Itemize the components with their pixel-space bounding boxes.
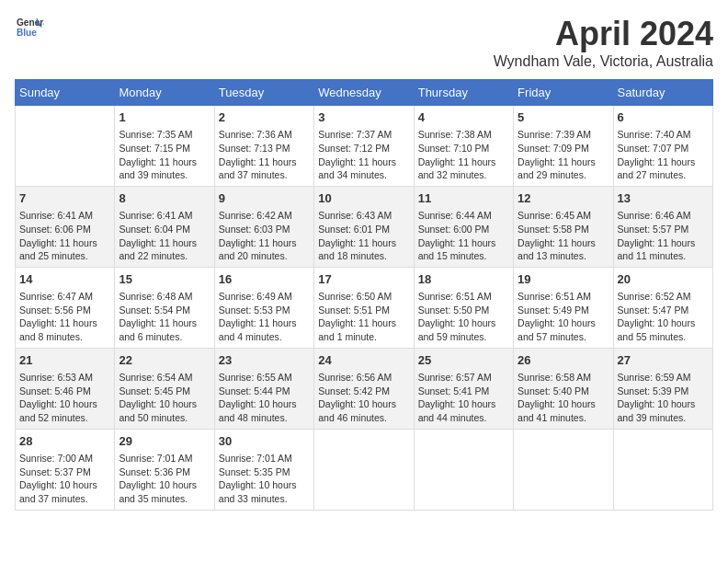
day-info-line: and 34 minutes. [318,168,409,182]
calendar-cell: 16Sunrise: 6:49 AMSunset: 5:53 PMDayligh… [214,267,313,348]
day-info-line: Sunrise: 6:52 AM [618,290,709,304]
logo: General Blue [15,15,44,40]
day-info-line: Sunrise: 6:41 AM [119,209,210,223]
calendar-cell: 7Sunrise: 6:41 AMSunset: 6:06 PMDaylight… [16,186,115,267]
day-info-line: Sunrise: 7:01 AM [119,452,210,465]
day-info-line: Sunrise: 6:43 AM [318,209,409,223]
day-info-line: and 8 minutes. [19,330,110,344]
day-number: 4 [418,109,509,126]
day-info-line: Daylight: 10 hours [418,316,509,330]
day-info-line: Sunset: 6:06 PM [19,223,110,236]
day-number: 14 [19,271,110,288]
day-number: 10 [318,190,409,207]
calendar-cell: 24Sunrise: 6:56 AMSunset: 5:42 PMDayligh… [314,348,414,429]
calendar-cell: 13Sunrise: 6:46 AMSunset: 5:57 PMDayligh… [613,186,712,267]
day-info-line: Sunset: 5:54 PM [119,304,210,317]
day-info-line: Sunset: 5:42 PM [318,385,409,398]
day-info-line: and 27 minutes. [618,168,709,182]
day-number: 8 [119,190,210,207]
day-info-line: Sunset: 5:53 PM [219,304,310,317]
day-info-line: Sunset: 5:35 PM [219,465,310,479]
svg-text:General: General [17,17,44,28]
day-info-line: Sunrise: 6:45 AM [518,209,609,223]
day-info-line: Sunset: 7:15 PM [119,142,210,155]
calendar-cell: 20Sunrise: 6:52 AMSunset: 5:47 PMDayligh… [613,267,712,348]
day-info-line: Daylight: 11 hours [418,155,509,169]
day-info-line: and 15 minutes. [418,249,509,263]
weekday-header-monday: Monday [115,80,214,106]
day-number: 15 [119,271,210,288]
day-info-line: Daylight: 10 hours [518,397,609,411]
day-info-line: and 32 minutes. [418,168,509,182]
day-info-line: Sunrise: 7:35 AM [119,128,210,142]
calendar-cell: 11Sunrise: 6:44 AMSunset: 6:00 PMDayligh… [414,186,513,267]
calendar-cell: 17Sunrise: 6:50 AMSunset: 5:51 PMDayligh… [314,267,414,348]
day-info-line: Sunset: 5:58 PM [518,223,609,236]
day-info-line: and 4 minutes. [219,330,310,344]
day-info-line: Sunset: 5:37 PM [19,465,110,479]
title-block: April 2024 Wyndham Vale, Victoria, Austr… [494,15,713,70]
day-info-line: Daylight: 11 hours [318,155,409,169]
day-info-line: Daylight: 10 hours [19,478,110,492]
calendar-cell [414,429,513,510]
day-info-line: Daylight: 11 hours [219,316,310,330]
day-info-line: Sunrise: 6:51 AM [418,290,509,304]
day-info-line: and 33 minutes. [219,492,310,506]
day-info-line: Sunset: 5:45 PM [119,385,210,398]
weekday-header-tuesday: Tuesday [214,80,313,106]
day-info-line: Sunset: 5:41 PM [418,385,509,398]
day-info-line: Daylight: 10 hours [219,478,310,492]
day-info-line: Sunset: 7:10 PM [418,142,509,155]
calendar-cell: 19Sunrise: 6:51 AMSunset: 5:49 PMDayligh… [514,267,613,348]
day-info-line: Daylight: 11 hours [418,236,509,250]
calendar-cell: 4Sunrise: 7:38 AMSunset: 7:10 PMDaylight… [414,106,513,187]
day-info-line: and 22 minutes. [119,249,210,263]
day-info-line: Sunrise: 7:00 AM [19,452,110,465]
day-info-line: Sunrise: 6:48 AM [119,290,210,304]
calendar-cell: 1Sunrise: 7:35 AMSunset: 7:15 PMDaylight… [115,106,214,187]
calendar-cell: 8Sunrise: 6:41 AMSunset: 6:04 PMDaylight… [115,186,214,267]
day-info-line: Sunset: 5:46 PM [19,385,110,398]
day-number: 1 [119,109,210,126]
day-info-line: Sunrise: 6:53 AM [19,371,110,385]
day-info-line: Daylight: 11 hours [518,236,609,250]
day-info-line: and 11 minutes. [618,249,709,263]
day-info-line: Sunrise: 7:40 AM [618,128,709,142]
weekday-header-sunday: Sunday [16,80,115,106]
svg-text:Blue: Blue [17,28,37,38]
day-info-line: Sunset: 6:01 PM [318,223,409,236]
day-info-line: and 20 minutes. [219,249,310,263]
day-info-line: and 41 minutes. [518,411,609,425]
day-info-line: and 46 minutes. [318,411,409,425]
day-info-line: Sunrise: 6:47 AM [19,290,110,304]
day-info-line: Daylight: 11 hours [19,236,110,250]
day-number: 30 [219,433,310,450]
day-number: 29 [119,433,210,450]
day-info-line: and 29 minutes. [518,168,609,182]
day-info-line: and 25 minutes. [19,249,110,263]
calendar-cell: 12Sunrise: 6:45 AMSunset: 5:58 PMDayligh… [514,186,613,267]
day-info-line: Daylight: 11 hours [119,236,210,250]
day-info-line: Sunrise: 6:59 AM [618,371,709,385]
calendar-week-row: 14Sunrise: 6:47 AMSunset: 5:56 PMDayligh… [16,267,713,348]
calendar-cell: 23Sunrise: 6:55 AMSunset: 5:44 PMDayligh… [214,348,313,429]
day-info-line: and 59 minutes. [418,330,509,344]
day-info-line: and 57 minutes. [518,330,609,344]
weekday-header-friday: Friday [514,80,613,106]
day-info-line: Daylight: 10 hours [19,397,110,411]
day-info-line: and 6 minutes. [119,330,210,344]
day-info-line: and 1 minute. [318,330,409,344]
calendar-week-row: 7Sunrise: 6:41 AMSunset: 6:06 PMDaylight… [16,186,713,267]
day-number: 24 [318,352,409,369]
day-number: 11 [418,190,509,207]
day-number: 21 [19,352,110,369]
logo-icon: General Blue [15,15,44,40]
calendar-week-row: 1Sunrise: 7:35 AMSunset: 7:15 PMDaylight… [16,106,713,187]
calendar-cell: 2Sunrise: 7:36 AMSunset: 7:13 PMDaylight… [214,106,313,187]
day-number: 12 [518,190,609,207]
day-info-line: and 48 minutes. [219,411,310,425]
day-info-line: and 35 minutes. [119,492,210,506]
day-info-line: Daylight: 10 hours [119,397,210,411]
day-info-line: Sunrise: 6:44 AM [418,209,509,223]
day-info-line: Daylight: 11 hours [119,316,210,330]
